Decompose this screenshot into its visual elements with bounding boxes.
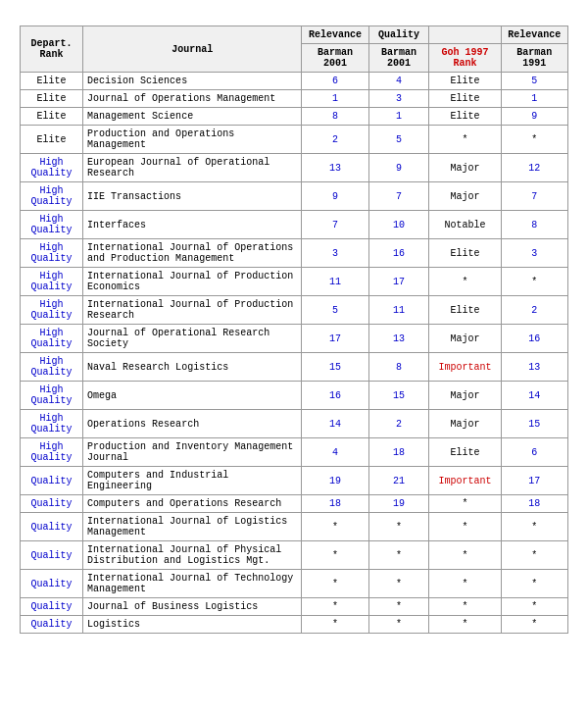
barman91-cell: 5: [501, 73, 567, 90]
barman91-cell: 9: [501, 108, 567, 126]
rank-cell: High Quality: [21, 382, 83, 410]
quality-cell: *: [368, 513, 429, 541]
quality-cell: *: [368, 616, 429, 634]
rank-cell: High Quality: [21, 438, 83, 467]
relevance-cell: 6: [302, 73, 368, 90]
table-body: EliteDecision Sciences64Elite5EliteJourn…: [21, 73, 568, 634]
goh-cell: Elite: [429, 239, 502, 268]
barman91-cell: 12: [501, 154, 567, 182]
goh-cell: *: [429, 570, 502, 598]
relevance-cell: 11: [302, 268, 368, 296]
table-row: EliteJournal of Operations Management13E…: [21, 90, 568, 108]
goh-cell: Elite: [429, 108, 502, 126]
quality-cell: 11: [368, 296, 429, 325]
relevance-cell: 13: [302, 154, 368, 182]
goh-cell: Elite: [429, 296, 502, 325]
quality-cell: *: [368, 570, 429, 598]
col-depart-rank: Depart. Rank: [21, 26, 83, 73]
journal-cell: Omega: [83, 382, 302, 410]
journal-cell: International Journal of Operations and …: [83, 239, 302, 268]
barman91-cell: 2: [501, 296, 567, 325]
barman91-cell: *: [501, 126, 567, 154]
quality-cell: 4: [368, 73, 429, 90]
goh-cell: Major: [429, 382, 502, 410]
relevance-cell: 14: [302, 410, 368, 438]
table-row: EliteProduction and Operations Managemen…: [21, 126, 568, 154]
barman91-cell: *: [501, 541, 567, 570]
goh-cell: Major: [429, 182, 502, 211]
table-row: High QualityInternational Journal of Pro…: [21, 268, 568, 296]
relevance-cell: *: [302, 616, 368, 634]
quality-cell: 21: [368, 467, 429, 495]
rank-cell: Elite: [21, 126, 83, 154]
barman91-cell: 15: [501, 410, 567, 438]
relevance-cell: 15: [302, 353, 368, 382]
journal-cell: Computers and Industrial Engineering: [83, 467, 302, 495]
quality-cell: 18: [368, 438, 429, 467]
quality-cell: *: [368, 598, 429, 616]
relevance-cell: 9: [302, 182, 368, 211]
journal-cell: Management Science: [83, 108, 302, 126]
journal-cell: International Journal of Production Econ…: [83, 268, 302, 296]
rank-cell: Quality: [21, 467, 83, 495]
quality-cell: 9: [368, 154, 429, 182]
journal-cell: Logistics: [83, 616, 302, 634]
rank-cell: Quality: [21, 616, 83, 634]
journal-cell: International Journal of Logistics Manag…: [83, 513, 302, 541]
rank-cell: High Quality: [21, 410, 83, 438]
rank-cell: High Quality: [21, 296, 83, 325]
barman91-cell: 7: [501, 182, 567, 211]
table-row: QualityInternational Journal of Logistic…: [21, 513, 568, 541]
quality-cell: 16: [368, 239, 429, 268]
rank-cell: High Quality: [21, 353, 83, 382]
journal-cell: Journal of Operational Research Society: [83, 325, 302, 353]
table-row: High QualityOmega1615Major14: [21, 382, 568, 410]
table-row: EliteDecision Sciences64Elite5: [21, 73, 568, 90]
barman91-cell: *: [501, 598, 567, 616]
table-row: QualityInternational Journal of Physical…: [21, 541, 568, 570]
goh-cell: Elite: [429, 90, 502, 108]
rankings-table: Depart. RankJournalRelevanceQualityRelev…: [20, 26, 568, 634]
quality-cell: *: [368, 541, 429, 570]
journal-cell: International Journal of Technology Mana…: [83, 570, 302, 598]
barman91-cell: 1: [501, 90, 567, 108]
rank-cell: Quality: [21, 598, 83, 616]
goh-cell: Elite: [429, 438, 502, 467]
barman91-cell: 6: [501, 438, 567, 467]
journal-cell: IIE Transactions: [83, 182, 302, 211]
goh-cell: *: [429, 268, 502, 296]
barman91-cell: *: [501, 570, 567, 598]
goh-cell: Major: [429, 154, 502, 182]
goh-cell: *: [429, 495, 502, 513]
goh-cell: Elite: [429, 73, 502, 90]
relevance-cell: 19: [302, 467, 368, 495]
table-row: High QualityInternational Journal of Ope…: [21, 239, 568, 268]
journal-cell: Production and Operations Management: [83, 126, 302, 154]
goh-cell: *: [429, 598, 502, 616]
table-row: High QualityOperations Research142Major1…: [21, 410, 568, 438]
journal-cell: Decision Sciences: [83, 73, 302, 90]
journal-cell: Naval Research Logistics: [83, 353, 302, 382]
goh-cell: Major: [429, 410, 502, 438]
goh-cell: Notable: [429, 211, 502, 239]
table-row: High QualityInterfaces710Notable8: [21, 211, 568, 239]
table-row: High QualityInternational Journal of Pro…: [21, 296, 568, 325]
relevance-cell: 18: [302, 495, 368, 513]
journal-cell: European Journal of Operational Research: [83, 154, 302, 182]
relevance-cell: 5: [302, 296, 368, 325]
rank-cell: Elite: [21, 108, 83, 126]
barman91-cell: *: [501, 616, 567, 634]
quality-cell: 17: [368, 268, 429, 296]
col-relevance2-header: Relevance: [501, 26, 567, 44]
goh-cell: Major: [429, 325, 502, 353]
col-goh-empty: [429, 26, 502, 44]
relevance-cell: 4: [302, 438, 368, 467]
journal-cell: Journal of Operations Management: [83, 90, 302, 108]
quality-cell: 8: [368, 353, 429, 382]
rank-cell: High Quality: [21, 268, 83, 296]
journal-cell: Interfaces: [83, 211, 302, 239]
table-row: High QualityProduction and Inventory Man…: [21, 438, 568, 467]
goh-cell: *: [429, 541, 502, 570]
barman91-cell: 14: [501, 382, 567, 410]
quality-cell: 3: [368, 90, 429, 108]
